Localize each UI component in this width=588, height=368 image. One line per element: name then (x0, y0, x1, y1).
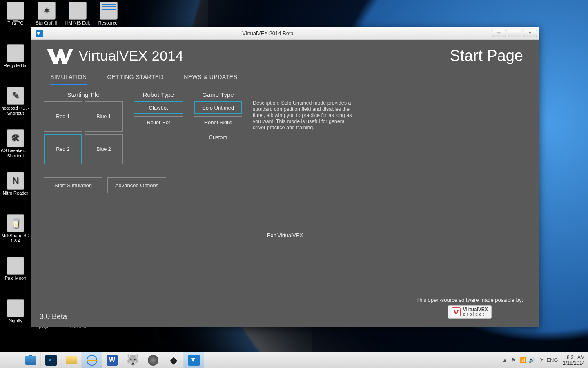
tray-flag-icon[interactable]: ⚑ (510, 357, 517, 364)
credit-block: This open-source software made possible … (416, 297, 523, 319)
tab-news[interactable]: NEWS & UPDATES (184, 70, 237, 85)
word-icon: W (107, 355, 118, 366)
tray-time: 8:31 AM (563, 355, 585, 360)
taskbar-folder[interactable] (61, 352, 82, 368)
app-content: VirtualVEX 2014 Start Page SIMULATION GE… (36, 40, 535, 323)
game-solo-untimed[interactable]: Solo Untimed (194, 101, 242, 114)
folder-icon (66, 356, 77, 364)
tray-clock[interactable]: 8:31 AM 1/18/2014 (563, 355, 585, 366)
window-dropdown-button[interactable]: ▽ (492, 30, 506, 37)
credit-badge-icon (452, 307, 461, 316)
tray-date: 1/18/2014 (563, 360, 585, 366)
start-icon (4, 354, 16, 366)
tray-volume-icon[interactable]: 🔊 (528, 357, 535, 364)
desktop-icon-nightly[interactable]: Nightly (0, 299, 31, 323)
desktop-icon-nsis[interactable]: HM NIS Edit (62, 2, 93, 26)
tile-blue1[interactable]: Blue 1 (85, 101, 123, 132)
app-header: VirtualVEX 2014 Start Page (36, 40, 535, 69)
game-description: Description: Solo Untimed mode provides … (253, 100, 352, 131)
file-explorer-icon (25, 356, 36, 365)
robot-clawbot[interactable]: Clawbot (134, 101, 183, 114)
group-header-game: Game Type (194, 91, 242, 98)
taskbar-powershell[interactable]: >_ (41, 352, 61, 368)
credit-badge-text: VirtualVEX p r o j e c t (463, 307, 488, 316)
tray-language[interactable]: ENG (546, 357, 558, 364)
game-robot-skills[interactable]: Robot Skills (194, 116, 242, 128)
game-custom[interactable]: Custom (194, 131, 242, 143)
tab-getting-started[interactable]: GETTING STARTED (107, 70, 164, 85)
logo-icon (47, 47, 73, 65)
taskbar-swirl[interactable] (143, 352, 163, 368)
start-simulation-button[interactable]: Start Simulation (44, 177, 102, 193)
description-box: Description: Solo Untimed mode provides … (253, 91, 352, 131)
taskbar-file-explorer[interactable] (20, 352, 41, 368)
window-controls: ▽ — ✕ (490, 30, 537, 37)
desktop-icon-resourcer[interactable]: Resourcer (93, 2, 124, 26)
tile-red2[interactable]: Red 2 (44, 134, 82, 164)
desktop-icon-this-pc[interactable]: This PC (0, 2, 31, 26)
window-title: VirtualVEX 2014 Beta (45, 30, 490, 36)
titlebar[interactable]: VirtualVEX 2014 Beta ▽ — ✕ (31, 27, 539, 40)
simulation-panel: Starting Tile Red 1 Blue 1 Red 2 Blue 2 … (36, 85, 535, 241)
group-header-tile: Starting Tile (44, 91, 123, 98)
version-label: 3.0 Beta (40, 312, 67, 321)
app-logo: VirtualVEX 2014 (47, 47, 183, 65)
virtualvex-icon (188, 355, 200, 366)
system-tray: ▲ ⚑ 📶 🔊 ⟳ ENG 8:31 AM 1/18/2014 (498, 352, 588, 368)
page-title: Start Page (450, 47, 523, 65)
tab-simulation[interactable]: SIMULATION (50, 70, 87, 85)
app-icon (36, 30, 43, 37)
window-minimize-button[interactable]: — (508, 30, 521, 37)
taskbar-ie[interactable] (82, 352, 102, 368)
swirl-icon (148, 355, 158, 366)
desktop-icon-palemoon[interactable]: Pale Moon (0, 257, 31, 281)
unity-icon: ◆ (168, 355, 179, 366)
robot-roller[interactable]: Roller Bot (134, 116, 183, 128)
desktop-icon-milkshape[interactable]: 🥛MilkShape 3D 1.8.4 (0, 214, 31, 244)
group-header-robot: Robot Type (134, 91, 183, 98)
desktop-icon-agtweaker[interactable]: 🛠AGTweaker... - Shortcut (0, 129, 31, 159)
tile-red1[interactable]: Red 1 (44, 101, 82, 132)
taskbar: >_ W 🐺 ◆ ▲ ⚑ 📶 🔊 ⟳ ENG 8:31 AM 1/18/2014 (0, 352, 588, 368)
group-robot-type: Robot Type Clawbot Roller Bot (134, 91, 183, 128)
tray-network-icon[interactable]: 📶 (519, 357, 526, 364)
desktop-icon-nitro[interactable]: NNitro Reader (0, 172, 31, 196)
powershell-icon: >_ (45, 355, 57, 366)
app-title: VirtualVEX 2014 (79, 48, 183, 64)
credit-line: This open-source software made possible … (416, 297, 523, 303)
desktop-icon-notepadpp[interactable]: ✎notepad++... - Shortcut (0, 87, 31, 116)
exit-button[interactable]: Exit VirtualVEX (44, 229, 526, 241)
tabs: SIMULATION GETTING STARTED NEWS & UPDATE… (36, 69, 535, 85)
desktop-icon-recycle-bin[interactable]: Recycle Bin (0, 44, 31, 68)
app-window: VirtualVEX 2014 Beta ▽ — ✕ VirtualVEX 20… (31, 27, 539, 327)
taskbar-word[interactable]: W (102, 352, 122, 368)
desktop-icon-starcraft[interactable]: ✶StarCraft II (31, 2, 62, 26)
taskbar-unity[interactable]: ◆ (163, 352, 184, 368)
taskbar-gimp[interactable]: 🐺 (122, 352, 143, 368)
tray-up-icon[interactable]: ▲ (501, 357, 508, 364)
ie-icon (87, 355, 97, 366)
taskbar-virtualvex[interactable] (184, 352, 204, 368)
action-row: Start Simulation Advanced Options (44, 177, 526, 193)
group-starting-tile: Starting Tile Red 1 Blue 1 Red 2 Blue 2 (44, 91, 123, 164)
window-close-button[interactable]: ✕ (523, 30, 537, 37)
advanced-options-button[interactable]: Advanced Options (107, 177, 166, 193)
credit-badge[interactable]: VirtualVEX p r o j e c t (448, 305, 492, 319)
tile-blue2[interactable]: Blue 2 (85, 134, 123, 164)
start-button[interactable] (0, 352, 20, 368)
gimp-icon: 🐺 (127, 355, 138, 366)
tray-sync-icon[interactable]: ⟳ (537, 357, 544, 364)
group-game-type: Game Type Solo Untimed Robot Skills Cust… (194, 91, 242, 143)
